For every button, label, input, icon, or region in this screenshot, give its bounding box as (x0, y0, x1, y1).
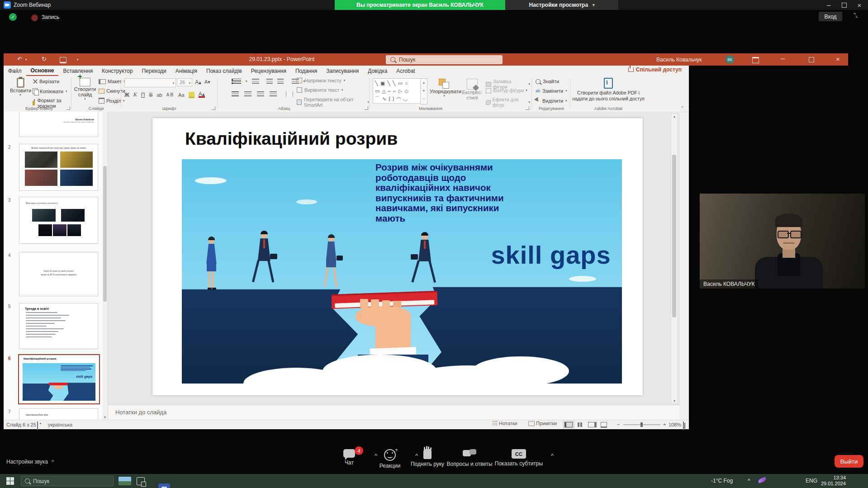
shape-outline-button[interactable]: Контур фігури ▾ (486, 88, 527, 93)
tab-home-active[interactable]: Основне (26, 66, 59, 76)
text-direction-button[interactable]: Напрямок тексту ▾ (297, 78, 345, 83)
align-center-button[interactable] (244, 91, 251, 97)
slide-sorter-view-button[interactable] (574, 421, 586, 429)
increase-indent-button[interactable] (277, 79, 284, 84)
captions-button[interactable]: CC Показать субтитры (492, 449, 546, 467)
tab-insert[interactable]: Вставлення (58, 66, 97, 76)
start-slideshow-button[interactable] (60, 57, 66, 63)
shapes-gallery[interactable]: ╲ ▣ ╲ ╲ ▭ ○ ▭ △ ⌐ ⌐ ▷ ◇ ⌒ ∿ { } ◠ ◡ (373, 78, 421, 104)
strikethrough-button[interactable]: S (149, 92, 152, 98)
create-pdf-button[interactable]: Створити файл Adobe PDF і надати до ньог… (572, 78, 645, 102)
new-slide-button[interactable]: Створити слайд ▾ (73, 78, 97, 101)
redo-button[interactable]: ↻ (42, 56, 47, 62)
pane-scrollbar-thumb[interactable] (672, 155, 676, 317)
tab-design[interactable]: Конструктор (97, 66, 137, 76)
comments-toggle[interactable]: Примітки (528, 421, 557, 426)
login-button[interactable]: Вход (819, 12, 842, 21)
fullscreen-expand-icon[interactable]: ⌝⌞ (853, 12, 858, 19)
numbering-button[interactable] (252, 79, 259, 84)
quick-styles-button[interactable]: Експрес- стилі (459, 79, 486, 100)
paste-button[interactable]: Вставити ▾ (10, 78, 31, 97)
thumbnail-slide-6-selected[interactable]: Кваліфікаційний розрив skill gaps (18, 354, 100, 404)
thumbnails-scrollbar[interactable]: ▼ (102, 112, 108, 420)
qa-button[interactable]: Вопросы и ответы (442, 449, 497, 467)
zoom-slider-knob[interactable] (640, 422, 643, 427)
decrease-indent-button[interactable] (266, 79, 273, 84)
tab-animations[interactable]: Анімація (171, 66, 202, 76)
zoom-out-button[interactable]: − (617, 422, 620, 427)
thumbnails-scrollbar-thumb[interactable] (103, 166, 107, 302)
tab-recording[interactable]: Записування (322, 66, 363, 76)
tab-transitions[interactable]: Переходи (137, 66, 171, 76)
security-shield-icon[interactable]: ✓ (9, 13, 17, 21)
arrange-button[interactable]: Упорядкувати ▾ (430, 79, 459, 98)
justify-button[interactable] (270, 91, 277, 97)
widgets-weather-thumbnail[interactable] (119, 477, 131, 485)
align-right-button[interactable] (257, 91, 264, 97)
leave-button[interactable]: Выйти (835, 455, 863, 468)
app-icon-tile[interactable] (158, 483, 170, 488)
maximize-button[interactable] (836, 0, 852, 10)
ppt-restore-button[interactable] (809, 57, 814, 62)
highlight-color-button[interactable] (189, 92, 194, 98)
cut-button[interactable]: Вирізати (33, 79, 59, 84)
close-button[interactable]: × (852, 0, 867, 10)
bold-button[interactable]: Ж (124, 92, 129, 98)
input-language-indicator[interactable]: ENG (806, 478, 817, 484)
notes-toggle[interactable]: Нотатки (492, 421, 517, 426)
slideshow-view-button[interactable] (598, 421, 610, 429)
grow-font-button[interactable]: А▴ (195, 79, 201, 85)
undo-chevron-icon[interactable]: ▾ (25, 58, 27, 62)
ppt-search-box[interactable]: Пошук (386, 55, 503, 64)
fit-to-window-button[interactable] (683, 422, 684, 430)
tab-review[interactable]: Рецензування (247, 66, 291, 76)
paragraph-dialog-launcher[interactable] (365, 106, 368, 110)
text-shadow-button[interactable]: ab (157, 92, 162, 98)
tab-acrobat[interactable]: Acrobat (392, 66, 419, 76)
shrink-font-button[interactable]: А▾ (204, 79, 210, 85)
shapes-scroll-down-icon[interactable]: ▼ (421, 87, 427, 95)
font-color-button[interactable]: А▴ (199, 92, 205, 98)
tab-slideshow[interactable]: Показ слайдів (202, 66, 247, 76)
show-hidden-icons-button[interactable]: ^ (748, 478, 750, 484)
slide-canvas[interactable]: Кваліфікаційний розрив (152, 118, 643, 395)
start-button[interactable] (6, 477, 14, 485)
thumbnails-scroll-down-icon[interactable]: ▼ (102, 416, 108, 419)
accessibility-icon[interactable] (37, 422, 38, 430)
columns-button[interactable] (286, 91, 293, 97)
font-dialog-launcher[interactable] (212, 106, 215, 110)
view-settings-button[interactable]: Настройки просмотра ▾ (505, 0, 618, 10)
thumbnail-slide-5[interactable]: Тренди в освіті (19, 303, 98, 349)
zoom-in-button[interactable]: + (663, 422, 666, 427)
shape-effects-button[interactable]: Ефекти для фігур ▾ (486, 97, 530, 108)
align-left-button[interactable] (232, 91, 239, 97)
thumbnail-slide-7[interactable]: кваліфікаційна яма (19, 408, 98, 420)
normal-view-button[interactable] (563, 421, 574, 429)
underline-button[interactable]: П (141, 92, 145, 98)
copy-button[interactable]: Копіювати ▾ (33, 88, 67, 94)
chat-button[interactable]: 4 Чат (327, 449, 372, 466)
shapes-gallery-scroll[interactable]: ▲ ▼ ─ (421, 78, 427, 104)
tab-file[interactable]: Файл (4, 66, 26, 76)
collapse-ribbon-button[interactable]: ^ (682, 105, 683, 110)
zoom-slider-track[interactable] (623, 424, 660, 425)
quick-access-customize-button[interactable]: ▾ (77, 58, 79, 62)
share-button[interactable]: Спільний доступ (628, 66, 682, 73)
replace-button[interactable]: ab Замінити ▾ (536, 88, 567, 94)
font-name-combo[interactable]: ▾ (124, 78, 176, 87)
ppt-close-button[interactable]: × (836, 55, 840, 63)
notes-pane[interactable]: Нотатки до слайда (108, 405, 680, 420)
undo-button[interactable]: ↶ (17, 56, 22, 62)
drawing-dialog-launcher[interactable] (526, 106, 529, 110)
scroll-down-icon[interactable]: ▼ (671, 399, 678, 403)
thumbnail-slide-3[interactable]: Виклики штучного інтелекту (19, 197, 98, 244)
shapes-scroll-up-icon[interactable]: ▲ (421, 79, 427, 87)
tab-view[interactable]: Подання (291, 66, 322, 76)
audio-settings-button[interactable]: Настройки звука ^ (6, 459, 54, 465)
captions-chevron-icon[interactable]: ^ (551, 452, 554, 459)
thumbnail-slide-4[interactable]: Через 20 років штучний інтелект зможе на… (19, 252, 98, 296)
language-indicator[interactable]: українська (48, 422, 72, 427)
tray-app-icon[interactable] (758, 477, 767, 483)
bullets-button[interactable] (232, 79, 241, 84)
thumbnail-slide-2[interactable]: Вплив технологій на структуру ринку прац… (19, 144, 98, 191)
